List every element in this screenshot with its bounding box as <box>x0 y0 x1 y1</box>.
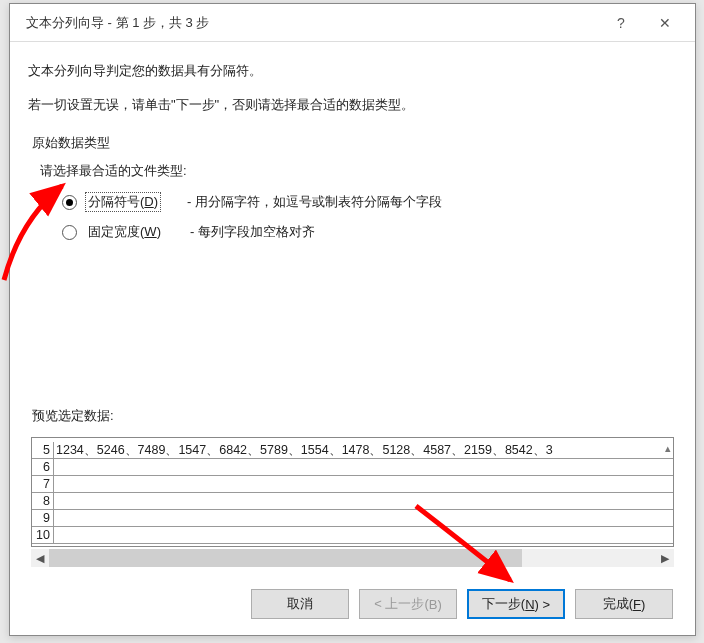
row-data <box>54 476 674 493</box>
row-data: 1234、5246、7489、1547、6842、5789、1554、1478、… <box>54 442 674 459</box>
intro-line-2: 若一切设置无误，请单击"下一步"，否则请选择最合适的数据类型。 <box>28 96 677 114</box>
button-row: 取消 < 上一步(B) 下一步(N) > 完成(F) <box>28 575 677 623</box>
horizontal-scrollbar[interactable]: ◀ ▶ <box>31 549 674 567</box>
section-original-data-type: 原始数据类型 <box>32 134 677 152</box>
finish-button[interactable]: 完成(F) <box>575 589 673 619</box>
scroll-right-icon[interactable]: ▶ <box>656 549 674 567</box>
preview-row: 9 <box>32 510 674 527</box>
preview-row: 7 <box>32 476 674 493</box>
preview-row: 10 <box>32 527 674 544</box>
choose-file-type-label: 请选择最合适的文件类型: <box>40 162 677 180</box>
intro-text: 文本分列向导判定您的数据具有分隔符。 若一切设置无误，请单击"下一步"，否则请选… <box>28 62 677 130</box>
help-button[interactable]: ? <box>599 8 643 38</box>
wizard-dialog: 文本分列向导 - 第 1 步，共 3 步 ? ✕ 文本分列向导判定您的数据具有分… <box>9 3 696 636</box>
row-data <box>54 510 674 527</box>
back-button: < 上一步(B) <box>359 589 457 619</box>
preview-label: 预览选定数据: <box>32 407 677 425</box>
radio-delimited-desc: - 用分隔字符，如逗号或制表符分隔每个字段 <box>187 193 442 211</box>
radio-fixed-width[interactable] <box>62 225 77 240</box>
row-number: 5 <box>32 442 54 459</box>
radio-delimited[interactable] <box>62 195 77 210</box>
radio-delimited-label[interactable]: 分隔符号(D) <box>85 192 161 212</box>
preview-box: 51234、5246、7489、1547、6842、5789、1554、1478… <box>31 437 674 547</box>
preview-row: 6 <box>32 459 674 476</box>
preview-row: 51234、5246、7489、1547、6842、5789、1554、1478… <box>32 442 674 459</box>
close-button[interactable]: ✕ <box>643 8 687 38</box>
spacer <box>28 252 677 407</box>
scrollbar-track[interactable] <box>49 549 656 567</box>
scrollbar-thumb[interactable] <box>49 549 522 567</box>
row-data <box>54 459 674 476</box>
next-button[interactable]: 下一步(N) > <box>467 589 565 619</box>
dialog-title: 文本分列向导 - 第 1 步，共 3 步 <box>26 14 599 32</box>
scroll-up-icon[interactable]: ▴ <box>665 442 671 455</box>
titlebar: 文本分列向导 - 第 1 步，共 3 步 ? ✕ <box>10 4 695 42</box>
preview-row: 8 <box>32 493 674 510</box>
scroll-left-icon[interactable]: ◀ <box>31 549 49 567</box>
radio-fixed-desc: - 每列字段加空格对齐 <box>190 223 315 241</box>
preview-grid: 51234、5246、7489、1547、6842、5789、1554、1478… <box>32 442 674 544</box>
intro-line-1: 文本分列向导判定您的数据具有分隔符。 <box>28 62 677 80</box>
radio-fixed-row[interactable]: 固定宽度(W) - 每列字段加空格对齐 <box>62 222 677 242</box>
row-data <box>54 527 674 544</box>
row-data <box>54 493 674 510</box>
radio-delimited-row[interactable]: 分隔符号(D) - 用分隔字符，如逗号或制表符分隔每个字段 <box>62 192 677 212</box>
row-number: 10 <box>32 527 54 544</box>
row-number: 6 <box>32 459 54 476</box>
dialog-content: 文本分列向导判定您的数据具有分隔符。 若一切设置无误，请单击"下一步"，否则请选… <box>10 42 695 635</box>
row-number: 7 <box>32 476 54 493</box>
row-number: 8 <box>32 493 54 510</box>
row-number: 9 <box>32 510 54 527</box>
cancel-button[interactable]: 取消 <box>251 589 349 619</box>
radio-fixed-label[interactable]: 固定宽度(W) <box>85 222 164 242</box>
